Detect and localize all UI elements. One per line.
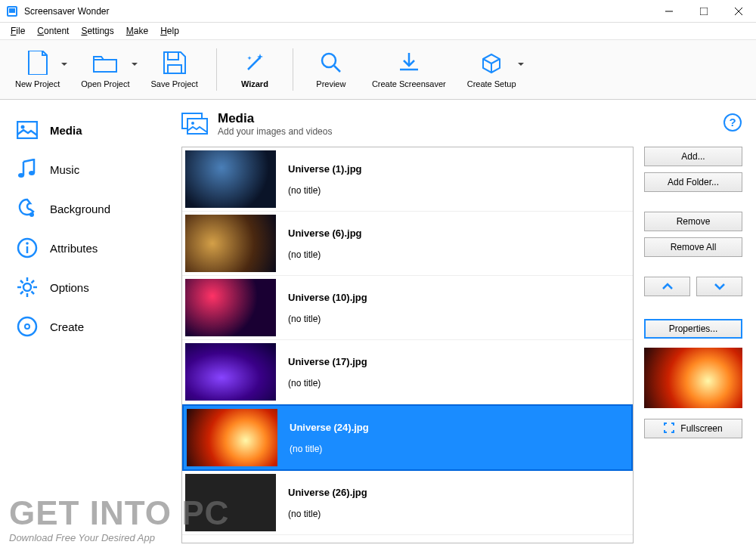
menubar: File Content Settings Make Help (0, 23, 756, 39)
svg-line-23 (20, 280, 23, 283)
search-icon (319, 51, 343, 75)
app-icon (6, 5, 18, 17)
svg-line-9 (334, 66, 340, 72)
svg-point-11 (21, 125, 25, 129)
thumbnail (185, 343, 276, 401)
thumbnail (185, 474, 276, 531)
toolbar-separator (216, 48, 217, 91)
help-icon[interactable]: ? (723, 113, 742, 135)
sidebar-item-attributes[interactable]: Attributes (6, 228, 175, 268)
sidebar-item-background[interactable]: Background (6, 189, 175, 228)
svg-rect-30 (187, 119, 207, 134)
svg-point-12 (18, 173, 24, 178)
download-icon (397, 51, 421, 75)
menu-settings[interactable]: Settings (75, 24, 119, 38)
svg-point-13 (29, 171, 35, 175)
new-project-button[interactable]: New Project (5, 48, 70, 91)
caret-icon (61, 63, 67, 66)
item-title: (no title) (288, 509, 367, 519)
list-item[interactable]: Universe (1).jpg(no title) (182, 147, 633, 212)
image-icon (17, 119, 38, 141)
open-project-button[interactable]: Open Project (70, 48, 140, 91)
sidebar-item-media[interactable]: Media (6, 110, 175, 150)
save-project-button[interactable]: Save Project (141, 48, 209, 91)
svg-line-7 (248, 57, 260, 70)
save-icon (163, 51, 187, 75)
list-item[interactable]: Universe (6).jpg(no title) (182, 212, 633, 276)
folder-open-icon (93, 51, 117, 75)
properties-button[interactable]: Properties... (644, 319, 742, 339)
sidebar-item-music[interactable]: Music (6, 150, 175, 189)
svg-line-24 (32, 292, 35, 295)
item-filename: Universe (6).jpg (288, 227, 362, 239)
item-filename: Universe (24).jpg (290, 422, 369, 433)
wand-icon (243, 51, 267, 75)
toolbar-separator (293, 48, 293, 91)
item-title: (no title) (288, 185, 362, 196)
svg-point-31 (191, 122, 194, 125)
wizard-button[interactable]: Wizard (225, 48, 285, 91)
close-button[interactable] (721, 0, 756, 22)
svg-point-16 (26, 242, 29, 245)
list-item-selected[interactable]: Universe (24).jpg(no title) (182, 404, 633, 471)
disc-icon (17, 316, 38, 337)
thumbnail (185, 279, 276, 336)
svg-rect-4 (700, 8, 708, 15)
menu-make[interactable]: Make (120, 24, 154, 38)
window-title: Screensaver Wonder (24, 6, 652, 17)
sidebar-item-label: Create (50, 320, 84, 333)
svg-line-25 (20, 292, 23, 295)
svg-point-18 (23, 283, 31, 291)
list-item[interactable]: Universe (26).jpg(no title) (182, 471, 633, 535)
thumbnail (185, 215, 276, 272)
sidebar-item-label: Music (50, 163, 79, 176)
item-filename: Universe (10).jpg (288, 292, 367, 303)
minimize-button[interactable] (652, 0, 686, 22)
create-setup-button[interactable]: Create Setup (457, 48, 527, 91)
list-item[interactable]: Universe (10).jpg(no title) (182, 276, 633, 340)
item-filename: Universe (17).jpg (288, 356, 367, 367)
fullscreen-button[interactable]: Fullscreen (644, 419, 742, 438)
media-list[interactable]: Universe (1).jpg(no title) Universe (6).… (181, 147, 634, 543)
toolbar: New Project Open Project Save Project Wi… (0, 39, 756, 100)
move-down-button[interactable] (696, 277, 742, 296)
maximize-button[interactable] (686, 0, 721, 22)
right-panel: Add... Add Folder... Remove Remove All P… (644, 147, 742, 543)
preview-image (644, 348, 742, 408)
add-folder-button[interactable]: Add Folder... (644, 172, 742, 192)
sidebar-item-label: Attributes (50, 242, 98, 255)
content-subtitle: Add your images and videos (218, 126, 332, 137)
gear-icon (17, 277, 38, 298)
item-filename: Universe (1).jpg (288, 163, 362, 175)
sidebar: Media Music Background Attributes Option… (0, 100, 181, 554)
svg-line-26 (32, 280, 35, 283)
content-title: Media (218, 111, 332, 126)
svg-rect-10 (17, 122, 37, 138)
create-screensaver-button[interactable]: Create Screensaver (361, 48, 457, 91)
menu-content[interactable]: Content (31, 24, 75, 38)
svg-point-27 (18, 317, 36, 336)
add-button[interactable]: Add... (644, 147, 742, 166)
sidebar-item-create[interactable]: Create (6, 307, 175, 346)
svg-rect-2 (9, 8, 15, 13)
remove-all-button[interactable]: Remove All (644, 237, 742, 257)
remove-button[interactable]: Remove (644, 212, 742, 231)
item-title: (no title) (288, 249, 362, 260)
sidebar-item-label: Background (50, 203, 110, 215)
menu-help[interactable]: Help (154, 24, 185, 38)
music-icon (17, 159, 38, 180)
main-area: Media Music Background Attributes Option… (0, 100, 756, 554)
paint-icon (17, 198, 38, 219)
list-panel: Universe (1).jpg(no title) Universe (6).… (181, 147, 742, 543)
item-title: (no title) (288, 378, 367, 388)
menu-file[interactable]: File (5, 24, 31, 38)
preview-button[interactable]: Preview (301, 48, 361, 91)
sidebar-item-label: Media (50, 124, 82, 137)
move-up-button[interactable] (644, 277, 690, 296)
info-icon (17, 237, 38, 258)
svg-point-14 (29, 212, 34, 217)
sidebar-item-options[interactable]: Options (6, 268, 175, 307)
window-controls (652, 0, 756, 22)
list-item[interactable]: Universe (17).jpg(no title) (182, 340, 633, 404)
caret-icon (132, 63, 138, 66)
